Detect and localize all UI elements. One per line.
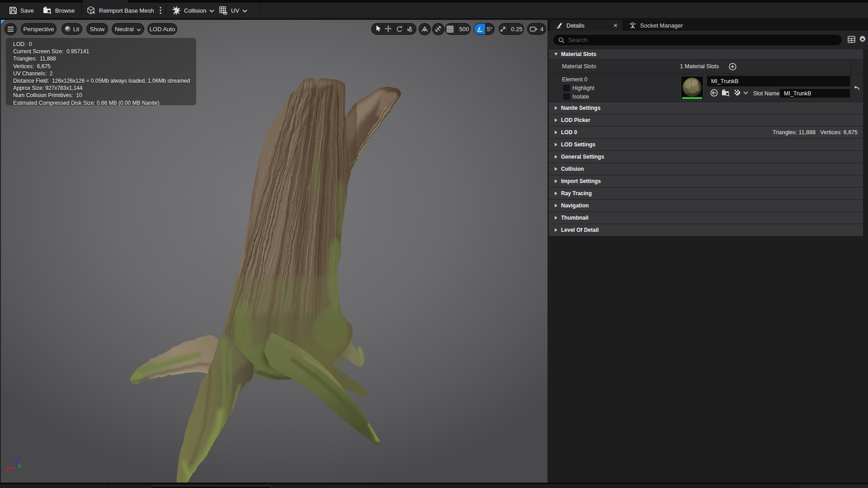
svg-text:x: x xyxy=(5,466,9,473)
svg-text:z: z xyxy=(18,455,20,461)
svg-text:Y: Y xyxy=(18,464,21,470)
